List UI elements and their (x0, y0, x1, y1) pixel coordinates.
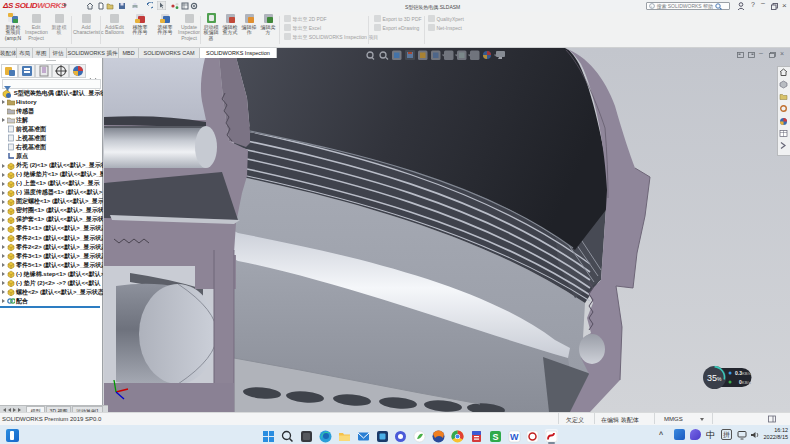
svg-text:W: W (510, 432, 519, 442)
svg-text:0.3KB/s: 0.3KB/s (735, 370, 752, 376)
svg-text:i: i (651, 4, 652, 9)
svg-text:0KB/s: 0KB/s (739, 379, 752, 385)
svg-text:S: S (493, 432, 499, 442)
